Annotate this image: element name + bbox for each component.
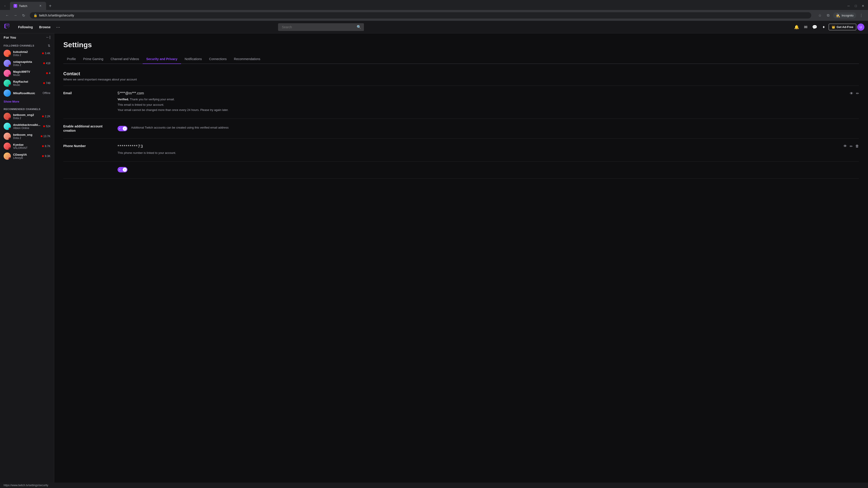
delete-phone-icon[interactable]: 🗑 (855, 144, 859, 148)
channel-game: Dota 2 (13, 117, 40, 120)
active-tab[interactable]: T Twitch × (10, 2, 46, 10)
channel-name: betboom_eng (13, 133, 38, 136)
channel-info-magic: Magic899TV Music (13, 70, 44, 76)
toggle-inner2: ✓ (119, 168, 121, 171)
channel-info-betboom: betboom_eng Dota 2 (13, 133, 38, 140)
for-you-section: For You ←| (0, 33, 54, 41)
friends-icon[interactable]: 💬 (811, 23, 819, 31)
crown-icon[interactable]: ♦ (819, 23, 828, 31)
email-verified-note: Verified. Thank you for verifying your e… (118, 97, 841, 102)
view-phone-icon[interactable]: 👁 (843, 144, 847, 148)
toggle-check-icon: ✓ (124, 127, 126, 130)
second-toggle[interactable]: ✓ ✓ (118, 167, 127, 172)
channel-viewers: 3.4K (42, 52, 51, 55)
nav-following[interactable]: Following (16, 24, 35, 31)
recommended-channels-label: RECOMMENDED CHANNELS (4, 108, 40, 110)
channel-item-kukudota2[interactable]: kukudota2 Dota 2 3.4K (0, 48, 54, 58)
tab-connections[interactable]: Connections (206, 55, 230, 64)
forward-button[interactable]: → (12, 12, 19, 19)
twitch-app: Following Browse ⋯ 🔍 🔔 ✉ 💬 ♦ 👑 Get Ad-Fr… (0, 21, 868, 488)
account-creation-toggle[interactable]: ✓ ✓ (118, 126, 127, 131)
toggle-row: ✓ ✓ Additional Twitch accounts can be cr… (118, 126, 859, 131)
account-creation-desc: Additional Twitch accounts can be create… (131, 126, 228, 129)
tab-favicon: T (13, 4, 17, 8)
live-indicator (8, 55, 11, 57)
channel-name: MikaRoseMusic (13, 92, 40, 95)
channel-info-cdawg: CDawgVA Lifestyle (13, 153, 40, 160)
collapse-sidebar-icon[interactable]: ←| (46, 35, 51, 39)
tab-nav-chevron[interactable]: ‹ (2, 3, 8, 9)
search-button[interactable]: 🔍 (354, 23, 364, 31)
contact-section: Contact Where we send important messages… (63, 71, 859, 179)
edit-phone-icon[interactable]: ✏ (850, 144, 852, 149)
user-avatar[interactable]: U (857, 24, 864, 31)
email-value-col: 5****@m***.com Verified. Thank you for v… (118, 91, 841, 113)
sidebar: For You ←| FOLLOWED CHANNELS ⇅ kukudota2… (0, 33, 54, 483)
channel-item-solapsapdota[interactable]: solapsapdota Dota 2 418 (0, 58, 54, 68)
tab-recommendations[interactable]: Recommendations (230, 55, 264, 64)
tab-channel-and-videos[interactable]: Channel and Videos (107, 55, 143, 64)
additional-account-row: Enable additional account creation ✓ ✓ A… (63, 119, 859, 138)
back-button[interactable]: ← (4, 12, 11, 19)
close-window-button[interactable]: ✕ (860, 3, 866, 9)
twitch-logo[interactable] (4, 23, 10, 31)
minimize-button[interactable]: ─ (845, 3, 852, 9)
new-tab-button[interactable]: + (47, 3, 53, 9)
notifications-icon[interactable]: 🔔 (793, 23, 801, 31)
viewer-dot (42, 155, 44, 157)
channel-game: Music (13, 73, 44, 76)
followed-channels-label: FOLLOWED CHANNELS (4, 44, 34, 47)
twitch-header: Following Browse ⋯ 🔍 🔔 ✉ 💬 ♦ 👑 Get Ad-Fr… (0, 21, 868, 33)
channel-avatar-magic (4, 70, 11, 77)
edit-email-icon[interactable]: ✏ (856, 91, 859, 96)
maximize-button[interactable]: □ (852, 3, 859, 9)
show-more-button[interactable]: Show More (0, 98, 54, 105)
second-toggle-value: ✓ ✓ (118, 167, 859, 173)
messages-icon[interactable]: ✉ (802, 23, 810, 31)
channel-item-doubleback[interactable]: doublebacknvalbi... Albion Online 524 (0, 121, 54, 131)
viewer-dot (42, 116, 44, 117)
reload-button[interactable]: ↻ (20, 12, 27, 19)
twitch-nav: Following Browse ⋯ (16, 23, 62, 31)
nav-more-button[interactable]: ⋯ (54, 23, 62, 31)
tab-prime-gaming[interactable]: Prime Gaming (80, 55, 107, 64)
live-indicator (8, 85, 11, 87)
tab-notifications[interactable]: Notifications (181, 55, 206, 64)
channel-avatar-solap (4, 60, 11, 67)
view-email-icon[interactable]: 👁 (850, 92, 853, 96)
tab-security-and-privacy[interactable]: Security and Privacy (143, 55, 181, 64)
channel-item-betboom-eng[interactable]: betboom_eng Dota 2 13.7K (0, 131, 54, 141)
tab-profile[interactable]: Profile (63, 55, 80, 64)
phone-value: **********73 (118, 144, 834, 149)
channel-item-rayrachel[interactable]: RayRachel Music 749 (0, 78, 54, 88)
toggle-thumb2: ✓ (123, 168, 127, 172)
channel-item-magic899tv[interactable]: Magic899TV Music 4 (0, 68, 54, 78)
nav-browse[interactable]: Browse (36, 24, 53, 31)
channel-avatar-mika (4, 90, 11, 97)
contact-heading: Contact (63, 71, 859, 76)
channel-info-rayrachel: RayRachel Music (13, 80, 41, 87)
channel-viewers: 9.3K (42, 155, 51, 158)
channel-viewers: 749 (43, 82, 51, 85)
channel-item-kyedae[interactable]: Kyedae VALORANT 8.7K (0, 141, 54, 151)
bookmark-star-icon[interactable]: ☆ (817, 12, 823, 19)
incognito-button[interactable]: 🕵 Incognito (833, 12, 856, 19)
sort-icon[interactable]: ⇅ (48, 44, 51, 47)
channel-item-cdawgva[interactable]: CDawgVA Lifestyle 9.3K (0, 151, 54, 161)
channel-item-mikarosemusic[interactable]: MikaRoseMusic Offline (0, 88, 54, 98)
followed-channels-header: FOLLOWED CHANNELS ⇅ (0, 41, 54, 48)
contact-description: Where we send important messages about y… (63, 78, 859, 81)
tab-bar: ‹ T Twitch × + ─ □ ✕ (0, 0, 868, 10)
get-ad-free-button[interactable]: 👑 Get Ad-Free (829, 24, 856, 30)
more-options-icon[interactable]: ⋮ (858, 12, 864, 19)
channel-avatar-betboom (4, 133, 11, 140)
channel-avatar-doubleback (4, 123, 11, 130)
tab-arrange-icon[interactable]: ⧉ (825, 12, 831, 19)
email-label: Email (63, 91, 108, 95)
search-input[interactable] (278, 23, 364, 31)
viewer-dot (42, 145, 44, 147)
tab-close-button[interactable]: × (38, 4, 42, 8)
channel-item-betboom-eng2[interactable]: betboom_eng2 Dota 2 2.2K (0, 111, 54, 121)
settings-content: Settings Profile Prime Gaming Channel an… (54, 33, 868, 483)
url-box[interactable]: 🔒 twitch.tv/settings/security (30, 12, 811, 19)
